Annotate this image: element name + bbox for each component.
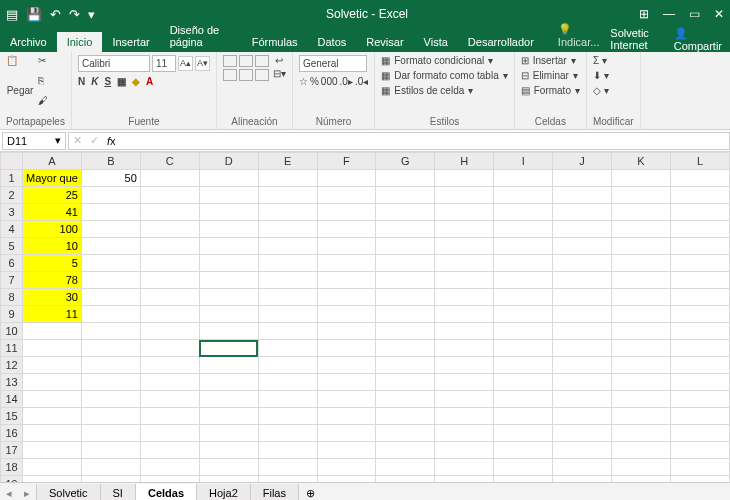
cell-K18[interactable] — [612, 459, 671, 476]
cell-E11[interactable] — [258, 340, 317, 357]
row-header-17[interactable]: 17 — [1, 442, 23, 459]
cell-C4[interactable] — [140, 221, 199, 238]
sheet-tab-filas[interactable]: Filas — [250, 484, 299, 500]
delete-cells-button[interactable]: ⊟ Eliminar ▾ — [521, 70, 578, 81]
cell-K12[interactable] — [612, 357, 671, 374]
cell-D6[interactable] — [199, 255, 258, 272]
cell-D14[interactable] — [199, 391, 258, 408]
decrease-font-icon[interactable]: A▾ — [195, 56, 210, 71]
cell-H19[interactable] — [435, 476, 494, 483]
cell-I2[interactable] — [494, 187, 553, 204]
cell-K7[interactable] — [612, 272, 671, 289]
thousands-icon[interactable]: 000 — [321, 76, 338, 87]
row-header-15[interactable]: 15 — [1, 408, 23, 425]
italic-button[interactable]: K — [91, 76, 98, 87]
cell-I10[interactable] — [494, 323, 553, 340]
cell-C18[interactable] — [140, 459, 199, 476]
cell-H14[interactable] — [435, 391, 494, 408]
cell-G15[interactable] — [376, 408, 435, 425]
sheet-tab-celdas[interactable]: Celdas — [135, 484, 197, 500]
cell-F5[interactable] — [317, 238, 376, 255]
cell-J5[interactable] — [553, 238, 612, 255]
font-size-combo[interactable]: 11 — [152, 55, 176, 72]
cell-I9[interactable] — [494, 306, 553, 323]
cell-J3[interactable] — [553, 204, 612, 221]
cell-J11[interactable] — [553, 340, 612, 357]
cell-K15[interactable] — [612, 408, 671, 425]
cell-H1[interactable] — [435, 170, 494, 187]
cell-C11[interactable] — [140, 340, 199, 357]
cell-A15[interactable] — [23, 408, 82, 425]
new-sheet-button[interactable]: ⊕ — [298, 487, 323, 500]
row-header-7[interactable]: 7 — [1, 272, 23, 289]
row-header-5[interactable]: 5 — [1, 238, 23, 255]
fill-color-icon[interactable]: ◆ — [132, 76, 140, 87]
increase-decimals-icon[interactable]: .0▸ — [340, 76, 353, 87]
row-header-19[interactable]: 19 — [1, 476, 23, 483]
cell-K11[interactable] — [612, 340, 671, 357]
col-header-B[interactable]: B — [81, 153, 140, 170]
cell-E17[interactable] — [258, 442, 317, 459]
format-as-table-button[interactable]: ▦ Dar formato como tabla ▾ — [381, 70, 508, 81]
cell-B8[interactable] — [81, 289, 140, 306]
cell-G3[interactable] — [376, 204, 435, 221]
cell-D16[interactable] — [199, 425, 258, 442]
font-name-combo[interactable]: Calibri — [78, 55, 150, 72]
cell-F4[interactable] — [317, 221, 376, 238]
cell-E10[interactable] — [258, 323, 317, 340]
cell-D13[interactable] — [199, 374, 258, 391]
cell-B15[interactable] — [81, 408, 140, 425]
cell-H8[interactable] — [435, 289, 494, 306]
cell-C10[interactable] — [140, 323, 199, 340]
share-button[interactable]: 👤 Compartir — [674, 27, 722, 52]
cell-L5[interactable] — [670, 238, 729, 255]
cell-C14[interactable] — [140, 391, 199, 408]
cell-K16[interactable] — [612, 425, 671, 442]
row-header-14[interactable]: 14 — [1, 391, 23, 408]
account-name[interactable]: Solvetic Internet — [610, 27, 663, 52]
tab-archivo[interactable]: Archivo — [0, 32, 57, 52]
cell-H11[interactable] — [435, 340, 494, 357]
cell-D5[interactable] — [199, 238, 258, 255]
cell-H2[interactable] — [435, 187, 494, 204]
sheet-nav-next-icon[interactable]: ▸ — [18, 487, 36, 500]
maximize-icon[interactable]: ▭ — [689, 7, 700, 21]
cell-G2[interactable] — [376, 187, 435, 204]
cell-D19[interactable] — [199, 476, 258, 483]
cell-B9[interactable] — [81, 306, 140, 323]
row-header-10[interactable]: 10 — [1, 323, 23, 340]
cell-A14[interactable] — [23, 391, 82, 408]
clear-icon[interactable]: ◇ ▾ — [593, 85, 609, 96]
cell-C12[interactable] — [140, 357, 199, 374]
cell-H15[interactable] — [435, 408, 494, 425]
cell-D10[interactable] — [199, 323, 258, 340]
sheet-tab-solvetic[interactable]: Solvetic — [36, 484, 101, 500]
cell-E8[interactable] — [258, 289, 317, 306]
cell-G5[interactable] — [376, 238, 435, 255]
cell-L17[interactable] — [670, 442, 729, 459]
cell-I19[interactable] — [494, 476, 553, 483]
cell-B18[interactable] — [81, 459, 140, 476]
cell-K2[interactable] — [612, 187, 671, 204]
copy-icon[interactable]: ⎘ — [38, 75, 56, 93]
cell-C7[interactable] — [140, 272, 199, 289]
cell-C8[interactable] — [140, 289, 199, 306]
cell-L13[interactable] — [670, 374, 729, 391]
cell-K8[interactable] — [612, 289, 671, 306]
cell-L11[interactable] — [670, 340, 729, 357]
cell-J16[interactable] — [553, 425, 612, 442]
cell-E7[interactable] — [258, 272, 317, 289]
bold-button[interactable]: N — [78, 76, 85, 87]
cell-C1[interactable] — [140, 170, 199, 187]
cell-C15[interactable] — [140, 408, 199, 425]
cell-J8[interactable] — [553, 289, 612, 306]
row-header-6[interactable]: 6 — [1, 255, 23, 272]
cell-H4[interactable] — [435, 221, 494, 238]
cell-A10[interactable] — [23, 323, 82, 340]
cell-F6[interactable] — [317, 255, 376, 272]
cell-E13[interactable] — [258, 374, 317, 391]
tell-me[interactable]: 💡 Indicar... — [548, 19, 610, 52]
cell-B12[interactable] — [81, 357, 140, 374]
select-all-cell[interactable] — [1, 153, 23, 170]
cell-H16[interactable] — [435, 425, 494, 442]
